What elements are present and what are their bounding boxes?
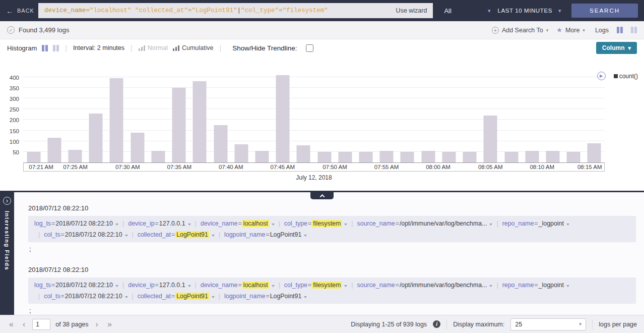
field-name: device_ip (128, 282, 154, 289)
use-wizard-link[interactable]: Use wizard (396, 7, 427, 14)
histogram-bar[interactable] (421, 151, 435, 162)
histogram-bar[interactable] (442, 152, 456, 162)
histogram-bar[interactable] (47, 138, 61, 162)
histogram-bar[interactable] (27, 152, 40, 162)
field-separator: | (132, 231, 134, 238)
histogram-bar[interactable] (255, 151, 269, 162)
toolbar-divider: | (131, 44, 133, 52)
field-value: 2018/07/12 08:22:10 (55, 220, 113, 227)
field-separator: | (351, 282, 353, 289)
trendline-checkbox[interactable] (306, 44, 313, 52)
log-field[interactable]: device_name=localhost (201, 220, 275, 227)
expand-sidebar-icon[interactable]: › (3, 197, 11, 205)
histogram-title: Histogram (7, 44, 37, 52)
histogram-view-toggle-alt-icon[interactable] (53, 45, 59, 51)
histogram-bar[interactable] (276, 75, 290, 162)
field-name: device_ip (128, 220, 154, 227)
column-view-icon[interactable] (617, 27, 623, 33)
scope-value: All (444, 7, 451, 15)
log-field[interactable]: device_ip=127.0.0.1 (128, 220, 190, 227)
log-field[interactable]: repo_name=_logpoint (502, 282, 569, 289)
legend-series-label: count() (619, 73, 638, 80)
log-fields-row: log_ts=2018/07/12 08:22:10|device_ip=127… (28, 278, 636, 304)
histogram-bar[interactable] (504, 152, 518, 162)
log-field[interactable]: col_type=filesystem (284, 220, 348, 227)
histogram-bar[interactable] (172, 88, 186, 162)
field-separator: | (38, 231, 40, 238)
histogram-bar[interactable] (484, 116, 497, 162)
chart-type-dropdown[interactable]: Column ▾ (596, 42, 637, 54)
page-number-input[interactable] (32, 319, 50, 330)
histogram-bar[interactable] (567, 152, 581, 162)
histogram-bar[interactable] (463, 152, 477, 162)
histogram-bar[interactable] (317, 152, 331, 162)
field-caret-icon (272, 285, 275, 287)
field-separator: | (195, 220, 197, 227)
search-button[interactable]: SEARCH (571, 4, 638, 18)
field-equals: = (155, 220, 159, 227)
found-logs-count: Found 3,499 logs (19, 26, 69, 34)
histogram-bar[interactable] (338, 152, 352, 162)
histogram-bar[interactable] (69, 150, 82, 162)
histogram-bar[interactable] (214, 125, 227, 162)
histogram-bar[interactable] (525, 151, 539, 162)
histogram-bar[interactable] (131, 133, 144, 162)
search-query-bar[interactable]: device_name="localhost" "collected_at"="… (38, 3, 433, 18)
next-page-icon[interactable]: › (94, 320, 100, 328)
search-query-input[interactable]: device_name="localhost" "collected_at"="… (44, 7, 390, 14)
field-value: _logpoint (539, 220, 564, 227)
log-field[interactable]: col_ts=2018/07/12 08:22:10 (44, 231, 127, 238)
histogram-bar[interactable] (89, 114, 103, 162)
histogram-bar[interactable] (588, 143, 601, 162)
display-maximum-dropdown[interactable]: 25 ▾ (510, 318, 586, 330)
histogram-bar[interactable] (110, 78, 123, 162)
histogram-bar[interactable] (234, 144, 248, 162)
histogram-bar[interactable] (297, 145, 310, 162)
log-field[interactable]: repo_name=_logpoint (502, 220, 569, 227)
previous-page-icon[interactable]: ‹ (21, 320, 27, 328)
field-equals: = (238, 220, 241, 227)
histogram-bar[interactable] (151, 151, 165, 162)
add-search-to-dropdown[interactable]: + Add Search To ▾ (492, 27, 548, 34)
legend-toggle-icon[interactable]: ▶ (597, 72, 606, 80)
y-tick-label: 50 (2, 149, 19, 155)
log-field[interactable]: collected_at=LogPoint91 (138, 231, 215, 238)
log-field[interactable]: log_ts=2018/07/12 08:22:10 (34, 220, 118, 227)
list-view-icon[interactable] (631, 27, 637, 33)
log-field[interactable]: device_name=localhost (201, 282, 275, 289)
histogram-bar[interactable] (193, 81, 207, 162)
histogram-bar[interactable] (359, 152, 373, 162)
x-axis: 07:21 AM07:25 AM07:30 AM07:35 AM07:40 AM… (23, 162, 605, 172)
log-field[interactable]: logpoint_name=LogPoint91 (224, 293, 307, 300)
log-field[interactable]: device_ip=127.0.0.1 (128, 282, 190, 289)
back-button[interactable]: ← BACK (6, 7, 34, 15)
toolbar-divider: | (220, 44, 222, 52)
more-dropdown[interactable]: ★ More ▾ (556, 26, 585, 34)
log-field[interactable]: log_ts=2018/07/12 08:22:10 (34, 282, 118, 289)
field-value: /opt/immune/var/log/benchma... (400, 220, 487, 227)
query-token: | (237, 7, 241, 14)
last-page-icon[interactable]: » (105, 320, 114, 328)
log-field[interactable]: collected_at=LogPoint91 (138, 293, 215, 300)
first-page-icon[interactable]: « (7, 320, 16, 328)
log-field[interactable]: source_name=/opt/immune/var/log/benchma.… (357, 220, 493, 227)
log-field[interactable]: col_ts=2018/07/12 08:22:10 (44, 293, 127, 300)
collapse-chart-button[interactable] (310, 192, 334, 199)
histogram-view-toggle-icon[interactable] (42, 45, 48, 51)
log-field[interactable]: logpoint_name=LogPoint91 (224, 231, 307, 238)
histogram-bar[interactable] (401, 152, 414, 162)
field-name: logpoint_name (224, 231, 265, 238)
log-field[interactable]: col_type=filesystem (284, 282, 348, 289)
normal-mode-option[interactable]: Normal (139, 44, 168, 51)
scope-dropdown[interactable]: All ▾ (444, 7, 490, 15)
histogram-bar[interactable] (380, 151, 394, 162)
histogram-bar[interactable] (546, 151, 559, 162)
field-value: /opt/immune/var/log/benchma... (400, 282, 487, 289)
log-field[interactable]: source_name=/opt/immune/var/log/benchma.… (357, 282, 493, 289)
cumulative-mode-option[interactable]: Cumulative (173, 44, 214, 51)
trendline-label: Show/Hide Trendline: (232, 44, 297, 52)
time-range-dropdown[interactable]: LAST 10 MINUTES ▾ (497, 8, 561, 14)
log-fields-row: log_ts=2018/07/12 08:22:10|device_ip=127… (28, 216, 636, 242)
info-icon[interactable]: i (433, 320, 440, 328)
histogram-chart: 50100150200250300350400 07:21 AM07:25 AM… (0, 57, 644, 191)
